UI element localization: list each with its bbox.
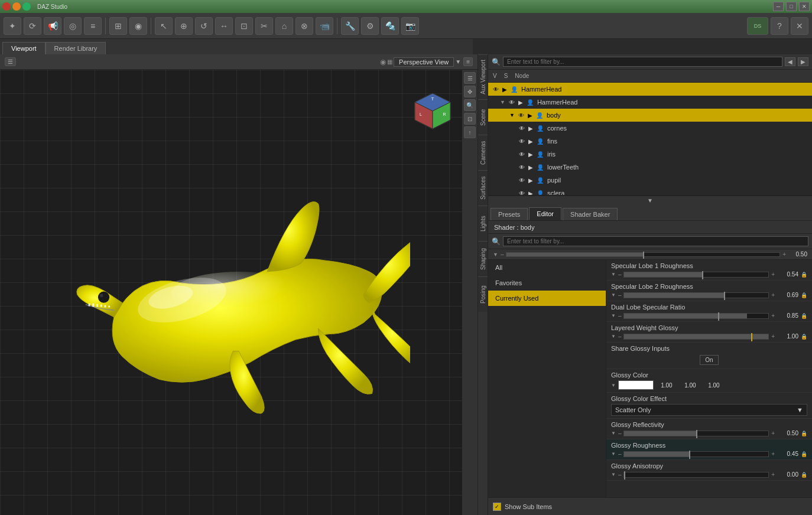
collapse-icon[interactable]: ▼: [500, 99, 505, 105]
scene-item-fins[interactable]: 👁 ▶ 👤 fins: [488, 135, 812, 148]
viewport-menu-btn[interactable]: ☰: [5, 57, 16, 66]
slider-track-ga[interactable]: [623, 472, 769, 478]
side-tab-cameras[interactable]: Cameras: [478, 135, 488, 170]
filter-next-btn[interactable]: ▶: [798, 57, 808, 66]
perspective-selector[interactable]: ◉ ▦ Perspective View ▼: [380, 57, 461, 67]
vr-icon-1[interactable]: ☰: [464, 72, 476, 84]
maximize-dot[interactable]: [22, 2, 31, 11]
scene-item-hammerhead-top[interactable]: 👁 ▶ 👤 HammerHead: [488, 83, 812, 96]
share-glossy-on-btn[interactable]: On: [700, 355, 718, 365]
scene-item-iris[interactable]: 👁 ▶ 👤 iris: [488, 148, 812, 161]
prop-plus-sl1[interactable]: +: [771, 271, 775, 278]
icon-help[interactable]: ?: [771, 17, 788, 35]
icon-settings[interactable]: ⚙: [361, 17, 379, 35]
body-collapse-icon[interactable]: ▼: [509, 112, 515, 118]
side-tab-scene[interactable]: Scene: [478, 99, 488, 135]
global-slider-track[interactable]: [506, 252, 780, 257]
restore-button[interactable]: □: [786, 2, 797, 11]
vr-icon-move[interactable]: ✥: [464, 86, 476, 97]
prop-arrow-sl2[interactable]: ▼: [611, 292, 616, 298]
icon-refresh[interactable]: ⟳: [24, 17, 41, 35]
scene-item-hammerhead-child[interactable]: ▼ 👁 ▶ 👤 HammerHead: [488, 96, 812, 109]
cat-all[interactable]: All: [488, 260, 606, 275]
scene-item-body[interactable]: ▼ 👁 ▶ 👤 body: [488, 109, 812, 122]
prop-lock-grough[interactable]: 🔒: [801, 451, 807, 457]
cat-favorites[interactable]: Favorites: [488, 275, 606, 291]
tab-presets[interactable]: Presets: [491, 208, 528, 220]
slider-track-glw[interactable]: [623, 334, 769, 340]
slider-track-grough[interactable]: [623, 451, 769, 457]
icon-grid[interactable]: ⊞: [109, 17, 127, 35]
icon-list[interactable]: ≡: [84, 17, 102, 35]
icon-render-cam[interactable]: 📷: [401, 17, 419, 35]
side-tab-aux-viewport[interactable]: Aux Viewport: [478, 54, 488, 99]
tab-shader-baker[interactable]: Shader Baker: [563, 208, 618, 220]
slider-track-dl[interactable]: [623, 313, 769, 319]
prop-plus-ga[interactable]: +: [771, 471, 775, 478]
icon-select[interactable]: ↖: [155, 17, 173, 35]
tab-viewport[interactable]: Viewport: [2, 42, 46, 54]
icon-move[interactable]: ↔: [215, 17, 233, 35]
prop-lock-sl2[interactable]: 🔒: [801, 292, 807, 298]
prop-dropdown-gce[interactable]: Scatter Only ▼: [611, 404, 807, 416]
prop-lock-dl[interactable]: 🔒: [801, 313, 807, 319]
editor-filter-input[interactable]: [503, 236, 808, 246]
minimize-dot[interactable]: [12, 2, 21, 11]
prop-lock-glw[interactable]: 🔒: [801, 334, 807, 340]
icon-viewport[interactable]: ◉: [129, 17, 147, 35]
color-arrow-gc[interactable]: ▼: [611, 383, 616, 388]
prop-lock-ga[interactable]: 🔒: [801, 472, 807, 478]
icon-scale[interactable]: ⊡: [235, 17, 253, 35]
icon-cut[interactable]: ✂: [255, 17, 273, 35]
icon-extra[interactable]: ✕: [791, 17, 808, 35]
side-tab-posing[interactable]: Posing: [478, 276, 488, 312]
scene-item-cornes[interactable]: 👁 ▶ 👤 cornes: [488, 122, 812, 135]
icon-tools[interactable]: 🔧: [341, 17, 359, 35]
prop-plus-sl2[interactable]: +: [771, 292, 775, 298]
scene-item-pupil[interactable]: 👁 ▶ 👤 pupil: [488, 174, 812, 187]
prop-plus-glw[interactable]: +: [771, 333, 775, 340]
color-swatch-gc[interactable]: [618, 380, 654, 390]
side-tab-shaping[interactable]: Shaping: [478, 241, 488, 276]
vr-icon-frame[interactable]: ⊡: [464, 113, 476, 125]
icon-new[interactable]: ✦: [4, 17, 21, 35]
prop-plus-grough[interactable]: +: [771, 451, 775, 457]
icon-undo[interactable]: ↺: [195, 17, 213, 35]
perspective-label[interactable]: Perspective View: [394, 57, 454, 67]
close-dot[interactable]: [2, 2, 11, 11]
icon-render[interactable]: 🔩: [381, 17, 399, 35]
scene-item-lowerteeth[interactable]: 👁 ▶ 👤 lowerTeeth: [488, 161, 812, 174]
show-sub-items-checkbox[interactable]: ✓: [493, 503, 501, 511]
perspective-dropdown-arrow[interactable]: ▼: [455, 58, 461, 65]
vr-icon-zoom[interactable]: 🔍: [464, 99, 476, 111]
icon-broadcast[interactable]: 📢: [44, 17, 61, 35]
viewport-settings-btn[interactable]: ≡: [463, 57, 473, 66]
icon-target[interactable]: ⊗: [295, 17, 313, 35]
icon-rotate[interactable]: ◎: [64, 17, 82, 35]
scene-item-sclera[interactable]: 👁 ▶ 👤 sclera: [488, 187, 812, 195]
slider-track-sl1[interactable]: [623, 272, 769, 278]
prop-plus-gr[interactable]: +: [771, 430, 775, 436]
prop-arrow-ga[interactable]: ▼: [611, 472, 616, 477]
tab-render-library[interactable]: Render Library: [46, 42, 106, 54]
icon-camera[interactable]: 📹: [316, 17, 333, 35]
panel-collapse-arrow[interactable]: ▼: [488, 196, 812, 204]
prop-lock-sl1[interactable]: 🔒: [801, 272, 807, 278]
icon-transform[interactable]: ⊕: [175, 17, 193, 35]
minimize-button[interactable]: ─: [773, 2, 784, 11]
tab-editor[interactable]: Editor: [529, 207, 561, 220]
prop-arrow-gr[interactable]: ▼: [611, 431, 616, 436]
close-button[interactable]: ✕: [799, 2, 810, 11]
icon-ds-logo[interactable]: DS: [747, 17, 768, 35]
slider-track-gr[interactable]: [623, 431, 769, 436]
filter-prev-btn[interactable]: ◀: [785, 57, 795, 66]
prop-arrow-dl[interactable]: ▼: [611, 313, 616, 318]
scene-filter-input[interactable]: [503, 57, 782, 67]
vr-icon-up[interactable]: ↑: [464, 126, 476, 138]
slider-track-sl2[interactable]: [623, 292, 769, 298]
prop-arrow-glw[interactable]: ▼: [611, 334, 616, 339]
prop-plus-dl[interactable]: +: [771, 312, 775, 319]
icon-home[interactable]: ⌂: [275, 17, 293, 35]
cat-currently-used[interactable]: Currently Used: [488, 291, 606, 306]
prop-arrow-grough[interactable]: ▼: [611, 451, 616, 457]
